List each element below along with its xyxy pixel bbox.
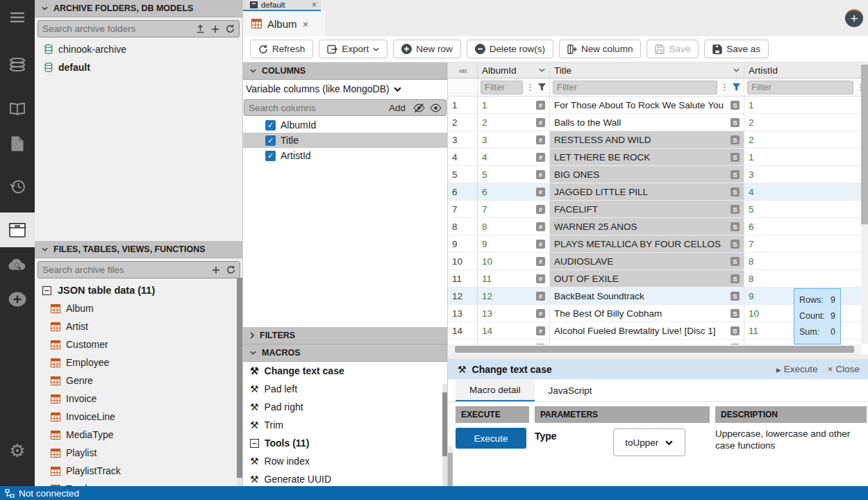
cell-title[interactable]: WARNER 25 ANOS S (550, 218, 744, 235)
close-action[interactable]: × Close (828, 364, 860, 374)
macro-item[interactable]: ⚒ Generate UUID (243, 470, 447, 486)
table-item[interactable]: Album (35, 299, 243, 317)
cell-title[interactable]: JAGGED LITTLE PILL S (550, 183, 744, 200)
cell-artistid[interactable]: 2 (744, 114, 868, 131)
table-row[interactable]: 3 3 # RESTLESS AND WILD S 2 (448, 131, 868, 149)
new-column-button[interactable]: New column (559, 40, 641, 58)
filter-input-albumid[interactable]: Filter (481, 81, 523, 94)
filter-input-artistid[interactable]: Filter (747, 81, 853, 94)
refresh-icon[interactable] (226, 24, 235, 33)
table-row[interactable]: 8 8 # WARNER 25 ANOS S 6 (448, 218, 868, 235)
cell-albumid[interactable]: 3 # (478, 131, 550, 148)
funnel-filter-icon[interactable] (537, 83, 546, 92)
table-item[interactable]: Invoice (35, 390, 243, 408)
table-row[interactable]: 9 9 # PLAYS METALLICA BY FOUR CELLOS S 7 (448, 235, 868, 253)
book-icon[interactable] (0, 92, 35, 126)
grid-vertical-scrollbar[interactable] (861, 62, 868, 344)
macros-header[interactable]: MACROS (243, 344, 447, 362)
tab-macro-detail[interactable]: Macro detail (456, 379, 535, 401)
cell-albumid[interactable]: 1 # (478, 97, 550, 113)
close-icon[interactable]: × (312, 0, 317, 10)
macro-item[interactable]: ⚒ Trim (243, 416, 447, 434)
kebab-menu-icon[interactable]: ⋮ (526, 82, 535, 92)
cell-title[interactable]: Balls to the Wall S (550, 114, 744, 131)
checkbox-checked-icon[interactable]: ✓ (265, 120, 276, 131)
plus-icon[interactable] (212, 266, 220, 274)
add-plus-circle-icon[interactable] (0, 282, 35, 317)
table-row[interactable]: 2 2 # Balls to the Wall S 2 (448, 114, 868, 131)
cell-albumid[interactable]: 13 # (478, 305, 550, 322)
grid-horizontal-scrollbar[interactable] (448, 344, 861, 354)
cell-title[interactable]: The Best Of Billy Cobham S (550, 305, 744, 322)
cell-title[interactable]: RESTLESS AND WILD S (550, 131, 744, 148)
tab-album-table[interactable]: Album × (243, 11, 325, 36)
variable-columns-toggle[interactable]: Variable columns (like MongoDB) (243, 80, 447, 98)
menu-hamburger-icon[interactable] (0, 0, 35, 35)
table-row[interactable]: 11 11 # OUT OF EXILE S 8 (448, 270, 868, 288)
cell-albumid[interactable]: 8 # (478, 218, 550, 235)
collapse-minus-square-icon[interactable] (250, 439, 259, 448)
cell-title[interactable]: Alcohol Fueled Brewtality Live! [Disc 1]… (550, 322, 744, 339)
kebab-menu-icon[interactable]: ⋮ (720, 82, 729, 92)
cell-artistid[interactable]: 5 (744, 201, 868, 217)
column-item[interactable]: ✓ Title (243, 133, 447, 148)
close-icon[interactable]: × (303, 18, 309, 30)
add-column-action[interactable]: Add (389, 103, 406, 113)
refresh-button[interactable]: Refresh (250, 40, 313, 58)
column-header-artistid[interactable]: ArtistId (744, 62, 868, 78)
macros-scrollbar[interactable] (442, 384, 448, 486)
eye-off-icon[interactable] (413, 103, 425, 112)
table-item[interactable]: Genre (35, 372, 243, 390)
macro-item[interactable]: ⚒ Tools (11) (243, 434, 447, 452)
execute-action[interactable]: ▸ Execute (776, 364, 818, 375)
cell-title[interactable]: For Those About To Rock We Salute You S (550, 97, 744, 113)
type-select[interactable]: toUpper (613, 428, 685, 456)
files-scrollbar[interactable] (237, 278, 242, 486)
save-button[interactable]: Save (646, 40, 699, 58)
table-row[interactable]: 4 4 # LET THERE BE ROCK S 1 (448, 149, 868, 166)
cloud-search-icon[interactable] (0, 247, 35, 282)
upload-icon[interactable] (196, 24, 205, 33)
delete-rows-button[interactable]: Delete row(s) (467, 40, 553, 58)
cell-title[interactable]: PLAYS METALLICA BY FOUR CELLOS S (550, 235, 744, 252)
cell-albumid[interactable]: 11 # (478, 270, 550, 287)
macro-item[interactable]: ⚒ Pad left (243, 380, 447, 398)
connection-status-text[interactable]: Not connected (19, 488, 79, 499)
cell-artistid[interactable]: 8 (744, 253, 868, 269)
cell-title[interactable]: AUDIOSLAVE S (550, 253, 744, 269)
table-row[interactable]: 10 10 # AUDIOSLAVE S 8 (448, 253, 868, 270)
cell-albumid[interactable]: 14 # (478, 322, 550, 339)
cell-artistid[interactable]: 4 (744, 183, 868, 200)
table-item[interactable]: Artist (35, 317, 243, 335)
table-item[interactable]: Employee (35, 353, 243, 372)
cell-albumid[interactable]: 10 # (478, 253, 550, 269)
cell-artistid[interactable]: 3 (744, 166, 868, 183)
cell-albumid[interactable]: 12 # (478, 288, 550, 304)
table-item[interactable]: Customer (35, 335, 243, 353)
filter-input-title[interactable]: Filter (553, 81, 717, 94)
file-icon[interactable] (0, 126, 35, 161)
cell-title[interactable]: BackBeat Soundtrack S (550, 288, 744, 304)
table-item[interactable]: InvoiceLine (35, 408, 243, 426)
archive-icon-active[interactable] (0, 212, 35, 247)
macro-item[interactable]: ⚒ Change text case (243, 362, 447, 380)
chevron-down-icon[interactable] (539, 68, 545, 72)
archive-folder-item[interactable]: default (35, 58, 242, 76)
cell-albumid[interactable]: 9 # (478, 235, 550, 252)
save-as-button[interactable]: Save as (704, 40, 769, 58)
cell-artistid[interactable]: 7 (744, 235, 868, 252)
table-item[interactable]: MediaType (35, 426, 243, 444)
macro-item[interactable]: ⚒ Row index (243, 452, 447, 470)
settings-gear-icon[interactable]: ⚙ (0, 440, 35, 462)
tab-default-archive[interactable]: default × (243, 0, 321, 11)
archive-folders-header[interactable]: ARCHIVE FOLDERS, DB MODELS (35, 0, 242, 17)
tab-javascript[interactable]: JavaScript (535, 379, 606, 401)
cell-albumid[interactable]: 6 # (478, 183, 550, 200)
columns-header[interactable]: COLUMNS (243, 62, 447, 80)
checkbox-checked-icon[interactable]: ✓ (265, 151, 276, 161)
column-header-albumid[interactable]: AlbumId (478, 62, 550, 78)
cell-artistid[interactable]: 6 (744, 218, 868, 235)
plus-icon[interactable] (211, 25, 219, 33)
cell-title[interactable]: FACELIFT S (550, 201, 744, 217)
table-item[interactable]: Playlist (35, 444, 243, 462)
